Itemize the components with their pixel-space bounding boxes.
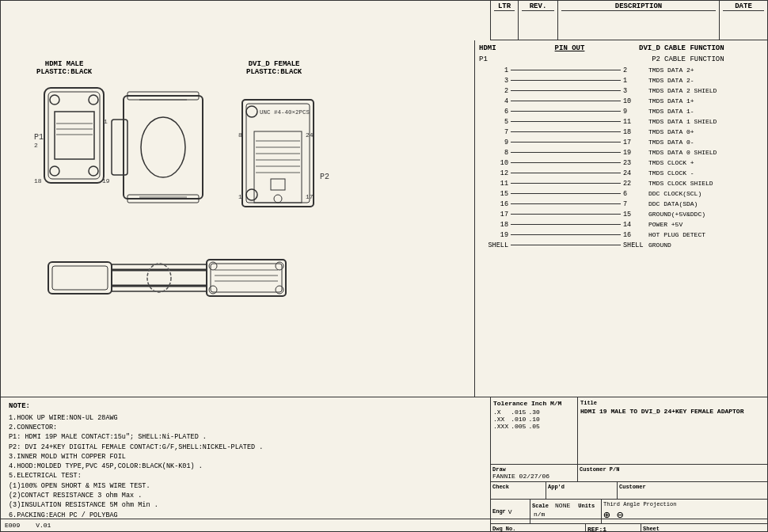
pin-func: TMDS DATA 0-: [644, 139, 763, 146]
svg-rect-16: [112, 120, 127, 175]
dvi-pin: 18: [621, 128, 644, 136]
svg-rect-6: [55, 112, 94, 159]
hdmi-pin: 16: [479, 200, 511, 208]
units-label: Units: [578, 503, 595, 509]
pinout-row: 1814POWER +5V: [479, 219, 763, 230]
pin-func: TMDS DATA 0+: [644, 128, 763, 135]
svg-text:18: 18: [34, 177, 42, 184]
hdmi-pin: 2: [479, 87, 511, 95]
pin-func: GROUND(+5V&DDC): [644, 211, 763, 218]
customer-pn-label: Customer P/N: [580, 466, 766, 473]
title-value: HDMI 19 MALE TO DVI_D 24+KEY FEMALE ADAP…: [580, 408, 765, 415]
hdmi-pin: 18: [479, 221, 511, 229]
dvi-col-header: DVI_D: [633, 44, 660, 52]
note-item: (3)INSULATION RESISTANCE 5M ohm Min .: [9, 500, 482, 510]
pinout-row: 511TMDS DATA 1 SHIELD: [479, 116, 763, 127]
pin-line: [511, 162, 621, 163]
pinout-row: 718TMDS DATA 0+: [479, 127, 763, 137]
hdmi-pin: 10: [479, 159, 511, 167]
pin-line: [511, 80, 621, 81]
cable-func-header: CABLE FUNCTION: [660, 55, 763, 63]
dvi-pin: 15: [621, 211, 644, 218]
dvi-pin: 19: [621, 149, 644, 157]
dvi-pin: 14: [621, 221, 644, 229]
hdmi-pin: SHELL: [479, 241, 511, 249]
pinout-row: 1122TMDS CLOCK SHIELD: [479, 178, 763, 188]
title-value-block: Title HDMI 19 MALE TO DVI_D 24+KEY FEMAL…: [578, 397, 767, 464]
pin-line: [511, 183, 621, 184]
svg-point-17: [141, 117, 185, 177]
note-item: 4.HOOD:MOLDED TYPE,PVC 45P,COLOR:BLACK(N…: [9, 462, 482, 471]
pinout-row: 1224TMDS CLOCK -: [479, 168, 763, 178]
svg-rect-47: [211, 264, 282, 292]
svg-text:P2: P2: [320, 173, 329, 181]
pinout-row: 23TMDS DATA 2 SHIELD: [479, 86, 763, 96]
hdmi-pin: 7: [479, 128, 511, 136]
pin-func: TMDS DATA 2 SHIELD: [644, 87, 763, 94]
pinout-row: 31TMDS DATA 2-: [479, 75, 763, 86]
pinout-row: 410TMDS DATA 1+: [479, 96, 763, 106]
notes-title: NOTE:: [9, 401, 482, 412]
pinout-area: HDMI PIN OUT DVI_D CABLE FUNCTION P1 P2 …: [474, 40, 767, 397]
pinout-row: SHELLSHELLGROUND: [479, 240, 763, 250]
hdmi-side-view: [112, 92, 203, 203]
svg-point-24: [246, 106, 257, 117]
hdmi-pin: 4: [479, 97, 511, 105]
desc-header: DESCRIPTION: [561, 2, 716, 11]
svg-text:8: 8: [238, 131, 242, 139]
hdmi-pin: 15: [479, 190, 511, 198]
hdmi-pin: 19: [479, 231, 511, 239]
pin-func: DDC DATA(SDA): [644, 200, 763, 207]
svg-text:1: 1: [104, 118, 108, 125]
revision-block: LTR REV. DESCRIPTION DATE: [490, 1, 767, 40]
date-cell: DATE: [720, 1, 767, 40]
pinout-row: 12TMDS DATA 2+: [479, 65, 763, 75]
hdmi-pin: 5: [479, 118, 511, 126]
dvi-pin: 17: [621, 139, 644, 146]
pinout-row: 156DDC CLOCK(SCL): [479, 188, 763, 199]
customer-label: Customer: [619, 484, 766, 490]
pin-func: TMDS CLOCK SHIELD: [644, 180, 763, 187]
note-item: P1: HDMI 19P MALE CONTACT:15u"; SHELL:Ni…: [9, 432, 482, 442]
pin-func: TMDS DATA 1-: [644, 108, 763, 115]
dvi-pin: 3: [621, 87, 644, 95]
pin-line: [511, 152, 621, 153]
hdmi-pin: 8: [479, 149, 511, 157]
drawing-svg: P1 2 1 18 19: [1, 1, 492, 373]
appd-label: App'd: [548, 484, 615, 490]
main-container: LTR REV. DESCRIPTION DATE HDMI MALE PLAS…: [0, 0, 768, 532]
bottom-bar: E009 V.01: [1, 519, 767, 531]
title-label: Title: [580, 400, 765, 406]
note-item: 5.ELECTRICAL TEST:: [9, 471, 482, 481]
dvi-pin: 22: [621, 180, 644, 188]
hdmi-pin: 11: [479, 180, 511, 188]
pin-line: [511, 173, 621, 173]
svg-point-2: [50, 95, 59, 104]
hdmi-pin: 12: [479, 169, 511, 177]
engr-label: Engr: [492, 508, 506, 515]
svg-rect-46: [207, 260, 286, 296]
check-label: Check: [492, 484, 544, 490]
svg-text:17: 17: [306, 193, 314, 200]
dvi-pin: 7: [621, 200, 644, 208]
hdmi-pin: 6: [479, 108, 511, 116]
svg-point-5: [89, 166, 98, 176]
pin-line: [511, 90, 621, 91]
hdmi-pin: 9: [479, 139, 511, 146]
units-value: n/m: [534, 511, 545, 518]
svg-point-25: [246, 189, 257, 200]
tolerance-block: Tolerance Inch M/M .X .XX .XXX .015 .010…: [491, 397, 578, 464]
svg-text:1: 1: [238, 193, 242, 200]
hdmi-pin: 1: [479, 66, 511, 74]
pin-func: TMDS DATA 1 SHIELD: [644, 118, 763, 125]
scale-label: Scale: [532, 503, 549, 509]
dvi-pin: 2: [621, 66, 644, 74]
dvi-pin: 10: [621, 97, 644, 105]
pinout-row: 167DDC DATA(SDA): [479, 199, 763, 209]
draw-value: FANNIE 02/27/06: [492, 473, 576, 480]
dvi-pin: 11: [621, 118, 644, 126]
pin-func: POWER +5V: [644, 221, 763, 228]
check-block: Check: [491, 482, 546, 499]
bottom-left: E009: [5, 522, 20, 529]
customer-pn-block: Customer P/N: [578, 465, 767, 481]
